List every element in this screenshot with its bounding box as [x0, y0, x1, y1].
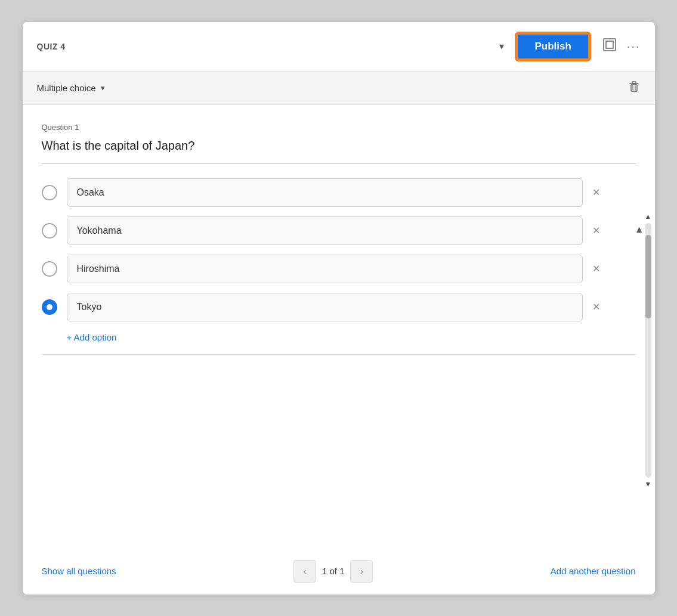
remove-option-2-icon[interactable]: ✕ [592, 225, 600, 236]
question-text: What is the capital of Japan? [42, 139, 636, 153]
question-divider [42, 163, 636, 164]
question-type-chevron: ▾ [101, 83, 105, 92]
options-list: ✕ ✕ ✕ ✕ [42, 178, 636, 321]
svg-rect-2 [632, 82, 636, 83]
option-radio-4[interactable] [42, 299, 57, 315]
option-row: ✕ [42, 178, 600, 207]
quiz-card: QUIZ 4 ▾ Publish ··· Multiple choice ▾ Q… [23, 22, 655, 595]
more-options-icon[interactable]: ··· [627, 39, 641, 53]
footer-divider [42, 354, 636, 355]
option-radio-2[interactable] [42, 223, 57, 239]
publish-button[interactable]: Publish [516, 33, 589, 60]
page-info: 1 of 1 [322, 566, 345, 576]
add-another-question-link[interactable]: Add another question [551, 566, 636, 576]
option-input-4[interactable] [67, 293, 583, 321]
show-all-questions-link[interactable]: Show all questions [42, 566, 116, 576]
scrollbar[interactable]: ▲ ▼ [644, 212, 653, 488]
option-row: ✕ [42, 255, 600, 283]
sub-header: Multiple choice ▾ [23, 72, 655, 105]
footer: Show all questions ‹ 1 of 1 › Add anothe… [23, 548, 655, 595]
scrollbar-track [645, 223, 651, 478]
question-label: Question 1 [42, 123, 636, 132]
option-input-1[interactable] [67, 178, 583, 207]
delete-question-icon[interactable] [627, 80, 641, 96]
expand-icon[interactable] [603, 38, 616, 54]
quiz-title-chevron[interactable]: ▾ [499, 41, 504, 52]
option-input-3[interactable] [67, 255, 583, 283]
option-radio-1[interactable] [42, 185, 57, 200]
remove-option-4-icon[interactable]: ✕ [592, 301, 600, 312]
option-input-2[interactable] [67, 216, 583, 245]
scrollbar-thumb [645, 235, 651, 318]
option-row: ✕ [42, 216, 600, 245]
option-row: ✕ [42, 293, 600, 321]
remove-option-3-icon[interactable]: ✕ [592, 263, 600, 274]
question-type-dropdown[interactable]: Multiple choice ▾ [37, 83, 105, 93]
remove-option-1-icon[interactable]: ✕ [592, 187, 600, 198]
svg-rect-0 [631, 85, 637, 91]
next-page-button[interactable]: › [350, 560, 373, 583]
option-radio-3[interactable] [42, 261, 57, 277]
prev-page-button[interactable]: ‹ [293, 560, 316, 583]
main-content: Question 1 What is the capital of Japan?… [23, 105, 655, 548]
question-type-label: Multiple choice [37, 83, 96, 93]
add-option-button[interactable]: + Add option [67, 332, 636, 342]
pagination: ‹ 1 of 1 › [293, 560, 373, 583]
quiz-title: QUIZ 4 [37, 42, 493, 51]
expand-square-icon [603, 38, 616, 51]
scroll-up-icon[interactable]: ▲ [635, 224, 644, 235]
header: QUIZ 4 ▾ Publish ··· [23, 22, 655, 72]
